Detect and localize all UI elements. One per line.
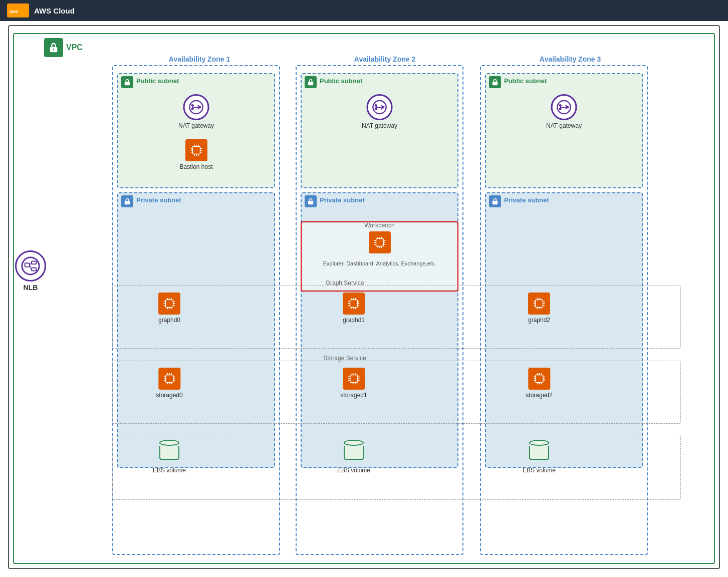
svg-rect-136: [32, 261, 37, 264]
svg-rect-135: [25, 263, 30, 267]
ebs-volume-3: EBS volume: [523, 440, 556, 475]
storaged0-icon: [158, 368, 180, 390]
priv-subnet-lock-1: [121, 195, 133, 207]
storaged1-icon: [343, 368, 365, 390]
nat-icon-3: [551, 94, 577, 120]
storaged2-label: storaged2: [526, 392, 552, 400]
svg-point-30: [559, 104, 562, 107]
ebs-label-1: EBS volume: [153, 467, 186, 475]
svg-point-7: [191, 108, 194, 110]
pub-subnet-title-2: Public subnet: [320, 77, 362, 85]
vpc-container: VPC Availability Zone 1 Availability Zon…: [13, 33, 715, 564]
storaged0-label: storaged0: [156, 392, 182, 400]
public-subnet-2: Public subnet NAT gateway: [301, 73, 458, 188]
ebs-row: [112, 435, 681, 500]
svg-rect-28: [493, 82, 498, 85]
svg-line-139: [30, 265, 32, 269]
nat-gateway-3: NAT gateway: [546, 94, 582, 130]
public-subnet-3: Public subnet NAT gateway: [485, 73, 643, 188]
ebs-label-2: EBS volume: [337, 467, 370, 475]
nat-label-1: NAT gateway: [178, 122, 214, 130]
vpc-title: VPC: [44, 38, 83, 57]
svg-text:aws: aws: [9, 9, 18, 14]
az1-label: Availability Zone 1: [114, 55, 285, 63]
priv-subnet-title-1: Private subnet: [136, 196, 181, 204]
vpc-icon: [44, 38, 63, 57]
aws-cloud-label: AWS Cloud: [34, 7, 75, 15]
workbench-section-label: Workbench: [364, 222, 394, 229]
svg-rect-34: [308, 201, 314, 204]
pub-subnet-lock-1: [121, 76, 133, 88]
storaged2: storaged2: [526, 368, 552, 400]
nlb-icon: [15, 250, 46, 281]
bastion-host-1: Bastion host: [179, 139, 212, 171]
public-subnet-1: Public subnet NAT gateway: [117, 73, 275, 188]
pub-subnet-lock-2: [305, 76, 317, 88]
storage-service-row: [112, 361, 681, 424]
svg-point-27: [382, 106, 385, 109]
workbench-icon: [369, 231, 391, 253]
svg-rect-23: [308, 82, 314, 85]
nat-label-3: NAT gateway: [546, 122, 582, 130]
pub-subnet-lock-3: [489, 76, 501, 88]
nlb-label: NLB: [24, 283, 38, 292]
ebs-icon-1: [158, 440, 180, 465]
graphd2: graphd2: [528, 293, 550, 325]
nat-label-2: NAT gateway: [362, 122, 397, 130]
svg-rect-137: [32, 268, 37, 271]
nlb-container: NLB: [15, 250, 46, 292]
ebs-label-3: EBS volume: [523, 467, 556, 475]
graphd1-label: graphd1: [343, 317, 365, 325]
svg-point-6: [191, 104, 194, 107]
svg-point-32: [567, 106, 569, 109]
aws-logo: aws: [7, 4, 29, 18]
graphd0-label: graphd0: [158, 317, 180, 325]
workbench-box: Workbench: [301, 221, 458, 292]
ebs-volume-2: EBS volume: [337, 440, 370, 475]
nat-icon-2: [366, 94, 392, 120]
svg-point-25: [375, 104, 377, 107]
storaged0: storaged0: [156, 368, 182, 400]
ebs-icon-2: [343, 440, 365, 465]
storaged1: storaged1: [340, 368, 367, 400]
svg-rect-35: [493, 201, 498, 204]
priv-subnet-lock-2: [305, 195, 317, 207]
ebs-icon-3: [528, 440, 550, 465]
workbench-desc: Explorer, Dashboard, Analytics, Exchange…: [307, 260, 452, 267]
pub-subnet-title-3: Public subnet: [504, 77, 547, 85]
graph-service-row: [112, 285, 681, 349]
ebs-volume-1: EBS volume: [153, 440, 186, 475]
graphd1-icon: [343, 293, 365, 315]
pub-subnet-title-1: Public subnet: [136, 77, 179, 85]
bastion-chip-1: [185, 139, 207, 161]
svg-point-8: [199, 106, 201, 109]
nat-gateway-2: NAT gateway: [362, 94, 397, 130]
page: aws AWS Cloud VPC Availability Zone 1 Av…: [0, 0, 728, 577]
graphd2-label: graphd2: [528, 317, 550, 325]
svg-rect-4: [125, 82, 130, 85]
bastion-label-1: Bastion host: [179, 163, 212, 171]
storaged2-icon: [528, 368, 550, 390]
svg-point-31: [559, 108, 562, 110]
svg-point-26: [375, 108, 377, 110]
priv-subnet-title-3: Private subnet: [504, 196, 549, 204]
nat-gateway-1: NAT gateway: [178, 94, 214, 130]
az3-label: Availability Zone 3: [485, 55, 655, 63]
storaged1-label: storaged1: [340, 392, 367, 400]
top-bar: aws AWS Cloud: [0, 0, 728, 21]
nat-icon-1: [183, 94, 209, 120]
graphd1: graphd1: [343, 293, 365, 325]
svg-rect-33: [125, 201, 130, 204]
priv-subnet-title-2: Private subnet: [320, 196, 365, 204]
graphd2-icon: [528, 293, 550, 315]
graphd0: graphd0: [158, 293, 180, 325]
priv-subnet-lock-3: [489, 195, 501, 207]
svg-point-3: [53, 49, 55, 50]
az2-label: Availability Zone 2: [300, 55, 470, 63]
graphd0-icon: [158, 293, 180, 315]
